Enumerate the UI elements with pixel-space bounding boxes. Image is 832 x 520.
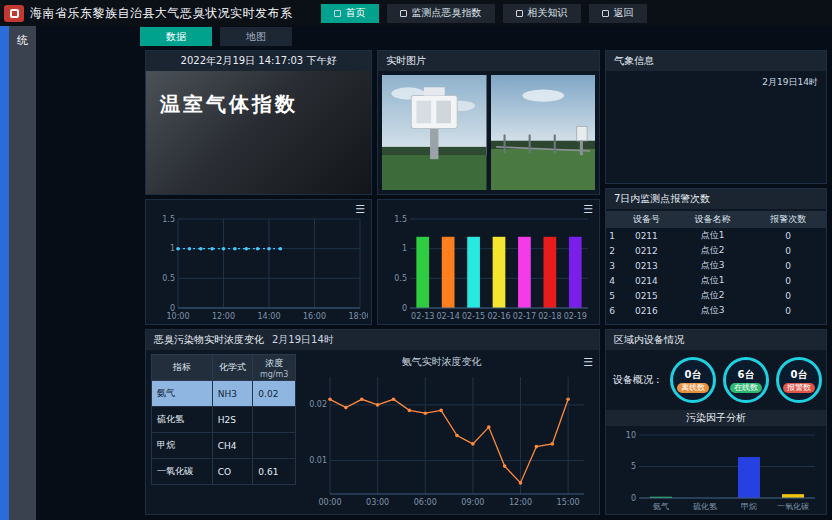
alarms-panel: 7日内监测点报警次数 设备号 设备名称 报警次数 10211点位1020212点…: [605, 188, 827, 325]
table-cell: 0: [750, 243, 826, 258]
svg-text:0.5: 0.5: [394, 274, 407, 283]
table-cell: 0212: [618, 243, 675, 258]
table-row[interactable]: 50215点位20: [606, 288, 826, 303]
table-cell: 一氧化碳: [152, 459, 213, 485]
svg-text:02-18: 02-18: [538, 312, 561, 321]
col-formula: 化学式: [212, 355, 253, 381]
chart-svg: 00.511.502-1302-1402-1502-1602-1702-1802…: [380, 212, 596, 322]
svg-text:02-17: 02-17: [513, 312, 536, 321]
nav-item-home[interactable]: 首页: [321, 4, 379, 23]
nav-label: 首页: [346, 6, 366, 20]
svg-text:一氧化碳: 一氧化碳: [777, 502, 809, 511]
col-device-name: 设备名称: [675, 211, 751, 228]
ammonia-chart-wrap: 氨气实时浓度变化 ☰ 0.010.0200:0003:0006:0009:001…: [296, 350, 599, 514]
table-cell: 点位2: [675, 288, 751, 303]
table-cell: 0.02: [253, 381, 296, 407]
table-row[interactable]: 氨气NH30.02: [152, 381, 296, 407]
table-cell: 5: [606, 288, 618, 303]
svg-text:0.5: 0.5: [162, 274, 175, 283]
tab-data[interactable]: 数据: [140, 27, 212, 46]
odor-time: 2月19日14时: [272, 333, 334, 347]
table-row[interactable]: 60216点位30: [606, 303, 826, 318]
svg-text:16:00: 16:00: [303, 312, 326, 321]
table-row[interactable]: 10211点位10: [606, 228, 826, 243]
table-row[interactable]: 硫化氢H2S: [152, 407, 296, 433]
book-icon: [516, 10, 523, 17]
nav-item-odor-index[interactable]: 监测点恶臭指数: [387, 4, 495, 23]
table-row[interactable]: 30213点位30: [606, 258, 826, 273]
greenhouse-body: 温室气体指数: [146, 71, 371, 194]
svg-text:氨气: 氨气: [653, 502, 669, 511]
dashboard-root: 海南省乐东黎族自治县大气恶臭状况实时发布系 首页 监测点恶臭指数 相关知识 返回…: [0, 0, 832, 520]
table-cell: 0211: [618, 228, 675, 243]
table-cell: 硫化氢: [152, 407, 213, 433]
svg-text:甲烷: 甲烷: [741, 502, 757, 511]
svg-text:02-16: 02-16: [487, 312, 510, 321]
table-row[interactable]: 一氧化碳CO0.61: [152, 459, 296, 485]
menu-icon[interactable]: ☰: [583, 204, 593, 215]
table-cell: CO: [212, 459, 253, 485]
menu-icon[interactable]: ☰: [355, 204, 365, 215]
weekly-bars-chart: 00.511.502-1302-1402-1502-1602-1702-1802…: [380, 212, 596, 322]
weather-body: 2月19日14时: [606, 71, 826, 183]
sidebar[interactable]: 统: [9, 26, 36, 520]
svg-text:14:00: 14:00: [257, 312, 280, 321]
table-cell: 0.61: [253, 459, 296, 485]
ammonia-chart: 0.010.0200:0003:0006:0009:0012:0015:00: [300, 370, 592, 508]
datetime-text: 2022年2月19日 14:17:03 下午好: [181, 54, 337, 68]
table-cell: 0216: [618, 303, 675, 318]
table-cell: NH3: [212, 381, 253, 407]
table-cell: 0213: [618, 258, 675, 273]
tab-map[interactable]: 地图: [220, 27, 292, 46]
nav-item-back[interactable]: 返回: [589, 4, 647, 23]
col-row-index: [606, 211, 618, 228]
svg-text:15:00: 15:00: [557, 498, 580, 507]
svg-text:0: 0: [631, 494, 636, 503]
svg-text:1.5: 1.5: [394, 215, 407, 224]
table-cell: 点位2: [675, 243, 751, 258]
device-overview-label: 设备概况：: [613, 373, 663, 387]
table-cell: 2: [606, 243, 618, 258]
table-cell: 6: [606, 303, 618, 318]
table-row[interactable]: 20212点位20: [606, 243, 826, 258]
svg-text:1: 1: [170, 244, 175, 253]
svg-text:02-15: 02-15: [462, 312, 485, 321]
nav-item-knowledge[interactable]: 相关知识: [503, 4, 581, 23]
table-cell: 0: [750, 228, 826, 243]
photos-body: [378, 71, 599, 194]
table-cell: 0: [750, 258, 826, 273]
col-alarm-count: 报警次数: [750, 211, 826, 228]
table-cell: 0: [750, 288, 826, 303]
app-logo-icon: [4, 5, 24, 22]
table-cell: 0: [750, 303, 826, 318]
alarms-title: 7日内监测点报警次数: [614, 192, 710, 206]
greenhouse-trend-chart: 00.511.510:0012:0014:0016:0018:00: [148, 212, 368, 322]
chart-svg: 00.511.510:0012:0014:0016:0018:00: [148, 212, 368, 322]
photos-header: 实时图片: [378, 51, 599, 71]
devices-panel: 区域内设备情况 设备概况： 0台 离线数 6台 在线数 0台 报警数 污染因子分…: [605, 329, 827, 515]
svg-text:硫化氢: 硫化氢: [693, 502, 717, 511]
chart-svg: 0510氨气硫化氢甲烷一氧化碳: [609, 428, 823, 512]
greenhouse-title: 温室气体指数: [146, 71, 371, 138]
app-title: 海南省乐东黎族自治县大气恶臭状况实时发布系: [30, 5, 293, 22]
unit-label: mg/m3: [253, 370, 295, 379]
svg-text:02-14: 02-14: [437, 312, 460, 321]
table-cell: 点位1: [675, 228, 751, 243]
table-row[interactable]: 40214点位10: [606, 273, 826, 288]
col-indicator: 指标: [152, 355, 213, 381]
station-photo-1: [382, 75, 487, 190]
svg-text:09:00: 09:00: [461, 498, 484, 507]
table-cell: [253, 407, 296, 433]
table-row[interactable]: 甲烷CH4: [152, 433, 296, 459]
weekly-bars-panel: ☰ 00.511.502-1302-1402-1502-1602-1702-18…: [377, 199, 600, 325]
svg-text:03:00: 03:00: [366, 498, 389, 507]
table-cell: 0214: [618, 273, 675, 288]
odor-table-wrap: 指标 化学式 浓度 mg/m3 氨气NH30.02硫化氢H2S甲烷CH4一氧化碳…: [146, 350, 296, 514]
odor-table: 指标 化学式 浓度 mg/m3 氨气NH30.02硫化氢H2S甲烷CH4一氧化碳…: [151, 354, 296, 485]
chart-svg: 0.010.0200:0003:0006:0009:0012:0015:00: [300, 370, 592, 508]
left-accent-strip: [0, 26, 9, 520]
app-header: 海南省乐东黎族自治县大气恶臭状况实时发布系 首页 监测点恶臭指数 相关知识 返回: [0, 0, 832, 26]
ammonia-chart-title: 氨气实时浓度变化: [300, 355, 583, 369]
table-cell: 点位3: [675, 303, 751, 318]
menu-icon[interactable]: ☰: [583, 357, 593, 368]
